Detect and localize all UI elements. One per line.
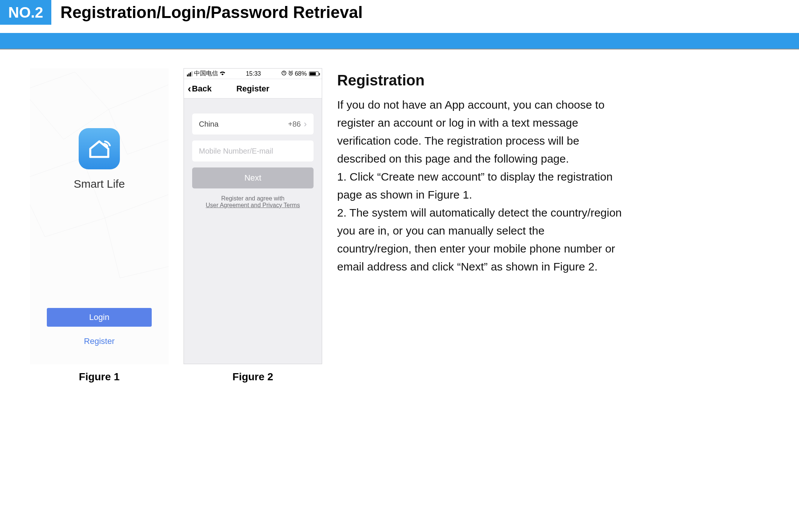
back-button[interactable]: ‹ Back <box>188 79 212 98</box>
back-label: Back <box>192 84 212 94</box>
agreement-line1: Register and agree with <box>192 195 314 202</box>
accent-bar <box>0 33 799 49</box>
figure-2-column: 中国电信 15:33 68% <box>184 68 322 383</box>
battery-percent-label: 68% <box>295 70 307 77</box>
signal-icon <box>187 71 193 76</box>
account-input[interactable]: Mobile Number/E-mail <box>192 140 314 161</box>
instructions-column: Registration If you do not have an App a… <box>337 68 622 276</box>
figure-2-phone: 中国电信 15:33 68% <box>184 68 322 364</box>
figure-1-caption: Figure 1 <box>30 371 169 383</box>
chevron-right-icon: › <box>304 119 307 129</box>
section-number-badge: NO.2 <box>0 0 51 25</box>
status-time: 15:33 <box>246 70 261 77</box>
battery-icon <box>309 72 319 76</box>
register-form: China +86 › Mobile Number/E-mail Next Re… <box>184 99 322 209</box>
page-title: Registration/Login/Password Retrieval <box>51 0 372 25</box>
wifi-icon <box>220 70 226 77</box>
status-bar: 中国电信 15:33 68% <box>184 69 322 79</box>
orientation-lock-icon <box>281 70 287 77</box>
page-header: NO.2 Registration/Login/Password Retriev… <box>0 0 799 25</box>
figure-1-phone: Smart Life Login Register <box>30 68 169 364</box>
country-code: +86 <box>288 120 301 129</box>
country-name: China <box>199 120 218 129</box>
instructions-heading: Registration <box>337 68 622 92</box>
chevron-left-icon: ‹ <box>188 84 191 94</box>
agreement-link[interactable]: User Agreement and Privacy Terms <box>192 202 314 209</box>
register-link[interactable]: Register <box>30 336 169 346</box>
app-icon <box>79 128 120 169</box>
login-button[interactable]: Login <box>47 308 152 327</box>
instructions-body: If you do not have an App account, you c… <box>337 96 622 276</box>
carrier-label: 中国电信 <box>194 70 218 78</box>
alarm-icon <box>288 70 293 77</box>
next-button[interactable]: Next <box>192 167 314 188</box>
figure-1-column: Smart Life Login Register Figure 1 <box>30 68 169 383</box>
figure-2-caption: Figure 2 <box>184 371 322 383</box>
agreement-text: Register and agree with User Agreement a… <box>192 195 314 209</box>
country-picker[interactable]: China +86 › <box>192 114 314 134</box>
nav-title: Register <box>236 84 269 94</box>
nav-bar: ‹ Back Register <box>184 79 322 99</box>
